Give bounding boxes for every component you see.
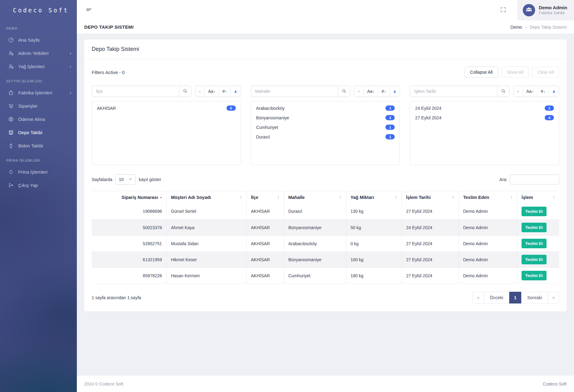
content-area: Depo Takip Sistemi Filters Active - 0 Co… (77, 34, 574, 370)
per-page-select[interactable]: 10 (115, 174, 136, 185)
filter-option[interactable]: Durasıl 1 (251, 132, 400, 142)
cell-action: Teslim Et (517, 204, 559, 220)
user-lock-icon (8, 64, 14, 69)
filter-option[interactable]: Bünyanosmaniye 2 (251, 113, 400, 122)
breadcrumb-link[interactable]: Demo (510, 25, 522, 30)
column-header[interactable]: Müşteri Adı Soyadı ▲▼ (166, 191, 246, 204)
clear-all-button[interactable]: Clear All (532, 67, 559, 78)
count-badge: 4 (545, 115, 554, 120)
sidebar-item[interactable]: Prina İşlemleri (0, 165, 77, 179)
column-header[interactable]: Mahalle ▲▼ (284, 191, 346, 204)
filter-clear-button[interactable]: × (195, 86, 205, 97)
nav-section-prina: Prina İşlemleri Çıkış Yap (0, 165, 77, 192)
filter-clear-button[interactable]: × (514, 86, 523, 97)
updown-arrow-icon: ↕ (373, 89, 375, 93)
collapse-all-button[interactable]: Collapse All (464, 67, 498, 78)
page-prev-button[interactable]: Önceki (484, 292, 510, 303)
pagination: « Önceki 1 Sonraki » (472, 292, 559, 303)
filter-option[interactable]: Arabacıbozköy 1 (251, 103, 400, 113)
sidebar-item[interactable]: Fabrika İşlemleri › (0, 86, 77, 99)
cell-oil-amount: 180 kg (346, 268, 401, 284)
filter-clear-button[interactable]: × (354, 86, 364, 97)
nav-section-label: DEMO (0, 20, 77, 33)
filter-option[interactable]: AKHİSAR 5 (92, 103, 241, 113)
sidebar-item[interactable]: Ödeme Alma (0, 113, 77, 126)
filter-search-button[interactable] (179, 86, 191, 97)
cell-delivered-by: Demo Admin (459, 220, 517, 236)
page-next-button[interactable]: Sonraki (521, 292, 548, 303)
deliver-button[interactable]: Teslim Et (522, 223, 547, 232)
filter-option[interactable]: 24 Eylül 2024 1 (410, 103, 559, 113)
sort-arrows-icon: ▲▼ (510, 196, 513, 199)
sidebar-item[interactable]: Ana Sayfa (0, 33, 77, 47)
column-header[interactable]: İlçe ▲▼ (246, 191, 284, 204)
count-badge: 1 (385, 134, 395, 139)
sidebar-item[interactable]: Bidon Takibi (0, 139, 77, 152)
breadcrumb: Demo › Depo Takip Sistemi (510, 24, 567, 30)
cell-order-number: 19066696 (92, 204, 166, 220)
table-search-input[interactable] (510, 175, 559, 184)
deliver-button[interactable]: Teslim Et (522, 271, 547, 280)
sidebar-item[interactable]: Siparişler (0, 99, 77, 113)
filter-numeric-sort-button[interactable]: #↕ (537, 86, 548, 97)
cell-delivered-by: Demo Admin (459, 204, 517, 220)
filter-search-input[interactable] (251, 86, 338, 97)
cell-neighborhood: Cumhuriyet (284, 268, 346, 284)
filter-search-button[interactable] (497, 86, 510, 97)
filter-alpha-sort-button[interactable]: Aa↕ (364, 86, 378, 97)
column-header[interactable]: İşlem ▲▼ (517, 191, 559, 204)
page-number-button[interactable]: 1 (509, 292, 522, 303)
sidebar: Codeco Soft DEMO Ana Sayfa Admin Yetkile… (0, 0, 77, 392)
avatar (523, 4, 535, 16)
app-logo: Codeco Soft (0, 0, 77, 20)
deliver-button[interactable]: Teslim Et (522, 255, 547, 264)
cell-customer: Gürsel Sertel (166, 204, 246, 220)
fullscreen-button[interactable] (500, 6, 509, 15)
sidebar-item[interactable]: Depo Takibi (0, 126, 77, 139)
column-header[interactable]: Teslim Eden ▲▼ (459, 191, 517, 204)
column-header[interactable]: İşlem Tarihi ▲▼ (401, 191, 459, 204)
page-first-button[interactable]: « (472, 292, 484, 303)
card-title: Depo Takip Sistemi (84, 39, 567, 59)
filter-collapse-button[interactable]: ∧ (548, 86, 559, 97)
updown-arrow-icon: ↕ (225, 89, 227, 93)
factory-icon (8, 90, 14, 96)
page-summary: 1 sayfa arasından 1.sayfa (92, 295, 141, 300)
filter-numeric-sort-button[interactable]: #↕ (378, 86, 389, 97)
sidebar-item[interactable]: Admin Yetkileri › (0, 47, 77, 60)
updown-arrow-icon: ↕ (384, 89, 386, 93)
filter-option[interactable]: 27 Eylül 2024 4 (410, 113, 559, 122)
cell-date: 27 Eylül 2024 (401, 204, 459, 220)
page-last-button[interactable]: » (548, 292, 559, 303)
updown-arrow-icon: ↕ (532, 89, 534, 93)
user-lock-icon (8, 50, 14, 56)
filter-search-input[interactable] (410, 86, 497, 97)
filter-alpha-sort-button[interactable]: Aa↕ (204, 86, 219, 97)
filter-option[interactable]: Cumhuriyet 1 (251, 122, 400, 132)
column-header[interactable]: Yağ Miktarı ▲▼ (346, 191, 401, 204)
deliver-button[interactable]: Teslim Et (522, 239, 547, 248)
show-all-button[interactable]: Show All (501, 67, 529, 78)
sidebar-toggle-button[interactable] (85, 6, 94, 14)
table-row: 61321959 Hikmet Keser AKHİSAR Bünyanosma… (92, 252, 559, 268)
count-badge: 1 (385, 105, 395, 111)
sidebar-item[interactable]: Çıkış Yap (0, 179, 77, 192)
filter-numeric-sort-button[interactable]: #↕ (219, 86, 230, 97)
cell-district: AKHİSAR (246, 252, 284, 268)
filter-alpha-sort-button[interactable]: Aa↕ (523, 86, 537, 97)
search-icon (342, 89, 347, 94)
filter-search-button[interactable] (338, 86, 350, 97)
deliver-button[interactable]: Teslim Et (522, 207, 547, 216)
breadcrumb-current: Depo Takip Sistemi (530, 25, 567, 30)
cell-date: 24 Eylül 2024 (401, 220, 459, 236)
filter-search-input[interactable] (92, 86, 179, 97)
per-page-prefix: Sayfalarda (92, 177, 112, 182)
filter-collapse-button[interactable]: ∧ (230, 86, 241, 97)
filter-collapse-button[interactable]: ∧ (389, 86, 400, 97)
sidebar-item-label: Ana Sayfa (18, 37, 67, 43)
filter-options-list: Arabacıbozköy 1 Bünyanosmaniye 2 (251, 101, 400, 165)
sidebar-item[interactable]: Yağ İşlemleri › (0, 60, 77, 73)
user-menu[interactable]: Demo Admin Fabrika Sahibi (517, 0, 574, 20)
column-header[interactable]: Sipariş Numarası ▲▼ (92, 191, 166, 204)
dashboard-icon (8, 37, 14, 43)
